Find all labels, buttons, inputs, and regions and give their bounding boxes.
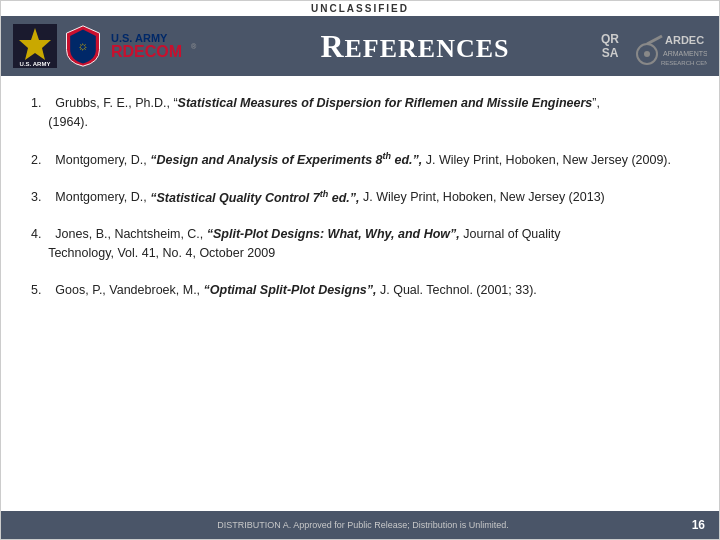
reference-item-5: 5. Goos, P., Vandebroek, M., “Optimal Sp… bbox=[31, 281, 689, 300]
svg-text:ARMAMENTS: ARMAMENTS bbox=[663, 50, 707, 57]
header-logos-right: QR SA ARDEC ARMAMENTS RESEARCH CENTER bbox=[601, 24, 707, 68]
page-number: 16 bbox=[681, 518, 705, 532]
page: UNCLASSIFIED U.S. ARMY ☼ U.S. ARMY bbox=[0, 0, 720, 540]
title-text: EFERENCES bbox=[345, 34, 510, 63]
ref-text-1b: Statistical Measures of Dispersion for R… bbox=[178, 96, 593, 110]
ardec-logo: ARDEC ARMAMENTS RESEARCH CENTER bbox=[627, 24, 707, 68]
content-area: 1. Grubbs, F. E., Ph.D., “Statistical Me… bbox=[1, 76, 719, 511]
classification-bar: UNCLASSIFIED bbox=[1, 1, 719, 16]
ref-num-1: 1. bbox=[31, 96, 52, 110]
svg-text:☼: ☼ bbox=[77, 38, 89, 53]
us-army-logo: U.S. ARMY bbox=[13, 24, 57, 68]
ref-text-1a: Grubbs, F. E., Ph.D., “ bbox=[55, 96, 177, 110]
ref-text-4a: Jones, B., Nachtsheim, C., bbox=[55, 227, 206, 241]
ref-text-5b: “Optimal Split-Plot Designs”, bbox=[204, 283, 377, 297]
ref-text-5c: J. Qual. Technol. (2001; 33). bbox=[377, 283, 537, 297]
reference-item-2: 2. Montgomery, D., “Design and Analysis … bbox=[31, 150, 689, 170]
svg-point-10 bbox=[644, 51, 650, 57]
svg-text:RDECOM: RDECOM bbox=[111, 43, 182, 60]
header: U.S. ARMY ☼ U.S. ARMY RDECOM ® REFERENCE… bbox=[1, 16, 719, 76]
reference-item-1: 1. Grubbs, F. E., Ph.D., “Statistical Me… bbox=[31, 94, 689, 132]
ref-text-5a: Goos, P., Vandebroek, M., bbox=[55, 283, 203, 297]
ref-num-4: 4. bbox=[31, 227, 52, 241]
page-title: REFERENCES bbox=[229, 28, 601, 65]
reference-item-4: 4. Jones, B., Nachtsheim, C., “Split-Plo… bbox=[31, 225, 689, 263]
ref-text-4b: “Split-Plot Designs: What, Why, and How”… bbox=[207, 227, 460, 241]
title-prefix: R bbox=[320, 28, 344, 64]
ref-text-2a: Montgomery, D., bbox=[55, 153, 150, 167]
ref-text-2b: “Design and Analysis of Experiments 8th … bbox=[150, 153, 422, 167]
shield-logo: ☼ bbox=[63, 24, 103, 68]
distribution-text: DISTRIBUTION A. Approved for Public Rele… bbox=[45, 520, 681, 530]
svg-text:RESEARCH CENTER: RESEARCH CENTER bbox=[661, 60, 707, 66]
classification-text: UNCLASSIFIED bbox=[311, 3, 409, 14]
header-logos-left: U.S. ARMY ☼ U.S. ARMY RDECOM ® bbox=[13, 24, 229, 68]
svg-text:ARDEC: ARDEC bbox=[665, 34, 704, 46]
ref-text-3a: Montgomery, D., bbox=[55, 191, 150, 205]
qr-sa-logo: QR SA bbox=[601, 32, 619, 60]
ref-num-3: 3. bbox=[31, 191, 52, 205]
ref-text-3b: “Statistical Quality Control 7th ed.”, bbox=[150, 191, 359, 205]
ref-text-3c: J. Wiley Print, Hoboken, New Jersey (201… bbox=[360, 191, 605, 205]
footer: DISTRIBUTION A. Approved for Public Rele… bbox=[1, 511, 719, 539]
reference-item-3: 3. Montgomery, D., “Statistical Quality … bbox=[31, 187, 689, 207]
ref-num-2: 2. bbox=[31, 153, 52, 167]
svg-text:U.S. ARMY: U.S. ARMY bbox=[20, 61, 51, 67]
ref-text-2c: J. Wiley Print, Hoboken, New Jersey (200… bbox=[422, 153, 671, 167]
ref-num-5: 5. bbox=[31, 283, 52, 297]
svg-text:®: ® bbox=[191, 43, 197, 50]
rdecom-logo: U.S. ARMY RDECOM ® bbox=[109, 27, 229, 65]
